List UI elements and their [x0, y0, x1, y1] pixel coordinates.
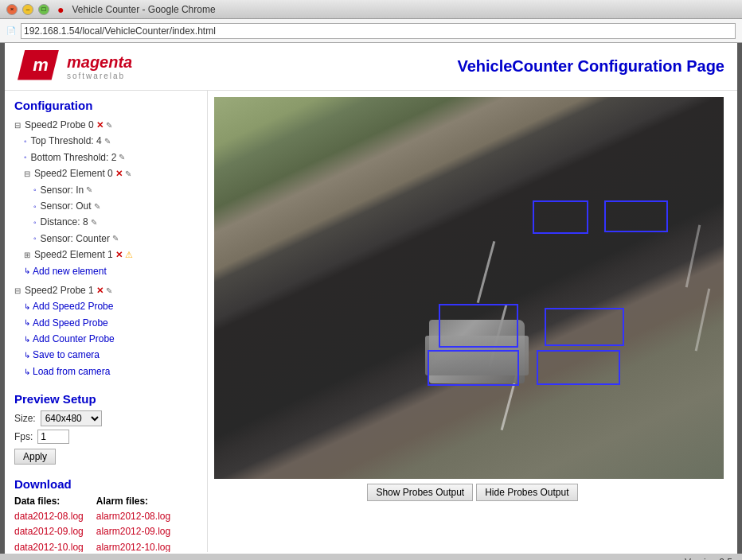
probe1-label: Speed2 Probe 1 [25, 282, 94, 298]
load-camera-row[interactable]: ↳ Load from camera [14, 364, 197, 379]
sensor-counter-row: ◦ Sensor: Counter ✎ [14, 231, 197, 247]
header: m magenta softwarelab VehicleCounter Con… [5, 43, 737, 91]
load-camera-arrow: ↳ [24, 365, 30, 379]
content-area: Configuration ⊟ Speed2 Probe 0 ✕ ✎ ◦ Top… [5, 91, 737, 552]
sensor-out-row: ◦ Sensor: Out ✎ [14, 198, 197, 214]
probe0-toggle[interactable]: ⊟ [14, 119, 22, 132]
element1-toggle[interactable]: ⊞ [24, 248, 32, 262]
load-camera-link[interactable]: Load from camera [33, 364, 110, 379]
camera-view [214, 97, 724, 479]
download-section: Download Data files: data2012-08.log dat… [14, 477, 197, 552]
bullet-top: ◦ [24, 134, 27, 148]
distance-row: ◦ Distance: 8 ✎ [14, 214, 197, 230]
distance-edit[interactable]: ✎ [91, 216, 97, 229]
data-files-col: Data files: data2012-08.log data2012-09.… [14, 496, 84, 552]
close-button[interactable]: × [6, 4, 18, 15]
logo: m magenta softwarelab [18, 50, 132, 84]
page-icon: 📄 [6, 26, 16, 35]
probe1-toggle[interactable]: ⊟ [14, 284, 22, 298]
save-camera-link[interactable]: Save to camera [33, 347, 100, 363]
element1-warn: ⚠ [125, 247, 133, 262]
versionbar: Version 0.5 [0, 554, 742, 560]
fps-input[interactable] [37, 430, 69, 444]
detection-box-10 [537, 350, 620, 385]
image-area: Show Probes Output Hide Probes Output [208, 91, 737, 552]
minimize-button[interactable]: – [22, 4, 33, 15]
detection-box-1 [604, 200, 668, 232]
bullet-sensor-out: ◦ [33, 200, 37, 213]
add-speed-link[interactable]: Add Speed Probe [33, 315, 108, 331]
probe0-row: ⊟ Speed2 Probe 0 ✕ ✎ [14, 117, 197, 133]
bottom-threshold-row: ◦ Bottom Threshold: 2 ✎ [14, 150, 197, 165]
fps-label: Fps: [14, 431, 33, 442]
probe0-edit[interactable]: ✎ [106, 119, 112, 132]
alarm-files-col: Alarm files: alarm2012-08.log alarm2012-… [96, 496, 170, 552]
probe0-delete[interactable]: ✕ [96, 118, 103, 133]
sensor-out-label: Sensor: Out [41, 198, 92, 214]
window-title: Vehicle Counter - Google Chrome [72, 4, 215, 15]
save-camera-row[interactable]: ↳ Save to camera [14, 347, 197, 363]
add-element-arrow: ↳ [24, 264, 30, 278]
add-counter-row[interactable]: ↳ Add Counter Probe [14, 331, 197, 347]
detection-box-6 [545, 308, 624, 346]
sensor-out-edit[interactable]: ✎ [94, 200, 100, 213]
bullet-sensor-in: ◦ [33, 183, 37, 196]
top-threshold-label: Top Threshold: 4 [31, 133, 102, 149]
add-speed2-row[interactable]: ↳ Add Speed2 Probe [14, 298, 197, 314]
probe0-label: Speed2 Probe 0 [25, 117, 94, 133]
detection-box-5 [439, 304, 518, 348]
hide-probes-button[interactable]: Hide Probes Output [476, 484, 577, 501]
add-counter-arrow: ↳ [24, 332, 30, 346]
sensor-counter-edit[interactable]: ✎ [112, 231, 119, 245]
element1-row: ⊞ Speed2 Element 1 ✕ ⚠ [14, 247, 197, 262]
bottom-threshold-label: Bottom Threshold: 2 [31, 150, 117, 165]
element0-edit[interactable]: ✎ [125, 167, 131, 181]
probe1-edit[interactable]: ✎ [106, 284, 112, 298]
top-threshold-row: ◦ Top Threshold: 4 ✎ [14, 133, 197, 149]
data-file-1[interactable]: data2012-09.log [14, 524, 84, 539]
sensor-in-edit[interactable]: ✎ [86, 183, 92, 196]
apply-button[interactable]: Apply [14, 449, 56, 465]
alarm-file-2[interactable]: alarm2012-10.log [96, 540, 170, 552]
element0-row: ⊟ Speed2 Element 0 ✕ ✎ [14, 165, 197, 181]
top-threshold-edit[interactable]: ✎ [104, 134, 111, 148]
bullet-distance: ◦ [33, 216, 37, 229]
logo-magenta: magenta [67, 53, 132, 72]
add-speed-row[interactable]: ↳ Add Speed Probe [14, 315, 197, 331]
sensor-counter-label: Sensor: Counter [41, 231, 110, 247]
detection-box-9 [428, 350, 519, 386]
alarm-file-1[interactable]: alarm2012-09.log [96, 524, 170, 539]
element0-toggle[interactable]: ⊟ [24, 167, 32, 181]
element0-delete[interactable]: ✕ [115, 166, 123, 181]
bullet-bottom: ◦ [24, 150, 27, 164]
size-select[interactable]: 640x480 320x240 1280x720 [41, 410, 102, 426]
size-label: Size: [14, 413, 36, 424]
preview-title: Preview Setup [14, 392, 197, 406]
url-input[interactable] [21, 23, 736, 39]
add-element-link[interactable]: Add new element [33, 263, 107, 279]
show-probes-button[interactable]: Show Probes Output [367, 484, 473, 501]
version-text: Version 0.5 [685, 557, 732, 560]
bottom-threshold-edit[interactable]: ✎ [119, 150, 125, 164]
data-file-0[interactable]: data2012-08.log [14, 509, 84, 524]
image-controls: Show Probes Output Hide Probes Output [367, 484, 577, 501]
data-file-2[interactable]: data2012-10.log [14, 540, 84, 552]
add-speed2-link[interactable]: Add Speed2 Probe [33, 298, 113, 314]
sensor-in-row: ◦ Sensor: In ✎ [14, 182, 197, 198]
sensor-in-label: Sensor: In [41, 182, 84, 198]
addressbar: 📄 [0, 19, 742, 43]
save-camera-arrow: ↳ [24, 348, 30, 362]
config-section: Configuration ⊟ Speed2 Probe 0 ✕ ✎ ◦ Top… [14, 99, 197, 379]
probe1-delete[interactable]: ✕ [96, 283, 103, 298]
add-counter-link[interactable]: Add Counter Probe [33, 331, 115, 347]
logo-softwarelab: softwarelab [67, 72, 132, 80]
browser-icon: ● [57, 3, 64, 16]
add-element-row[interactable]: ↳ Add new element [14, 263, 197, 279]
fps-row: Fps: [14, 430, 197, 444]
element1-delete[interactable]: ✕ [115, 247, 123, 262]
maximize-button[interactable]: □ [38, 4, 49, 15]
titlebar: × – □ ● Vehicle Counter - Google Chrome [0, 0, 742, 19]
alarm-file-0[interactable]: alarm2012-08.log [96, 509, 170, 524]
preview-section: Preview Setup Size: 640x480 320x240 1280… [14, 392, 197, 465]
size-row: Size: 640x480 320x240 1280x720 [14, 410, 197, 426]
